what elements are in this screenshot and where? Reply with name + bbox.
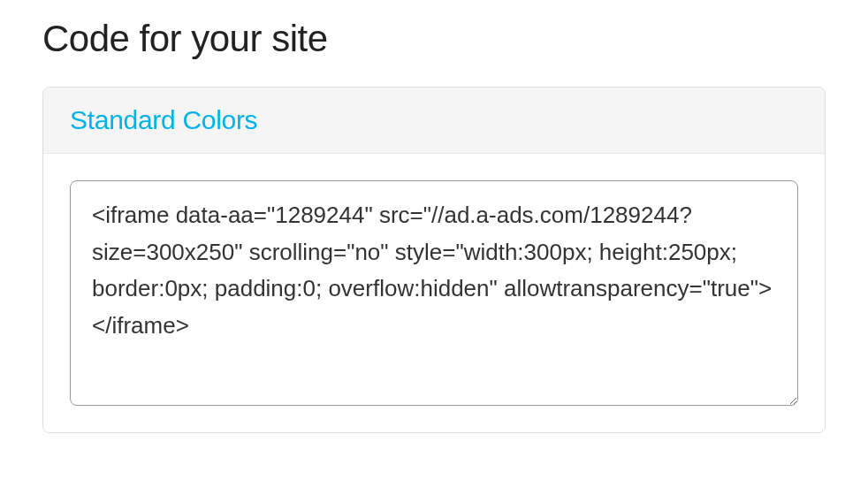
panel-body <box>43 154 825 432</box>
panel-header: Standard Colors <box>43 88 825 154</box>
code-panel: Standard Colors <box>42 87 826 433</box>
page-title: Code for your site <box>42 18 826 60</box>
embed-code-textarea[interactable] <box>70 180 798 406</box>
panel-header-title: Standard Colors <box>70 105 798 135</box>
